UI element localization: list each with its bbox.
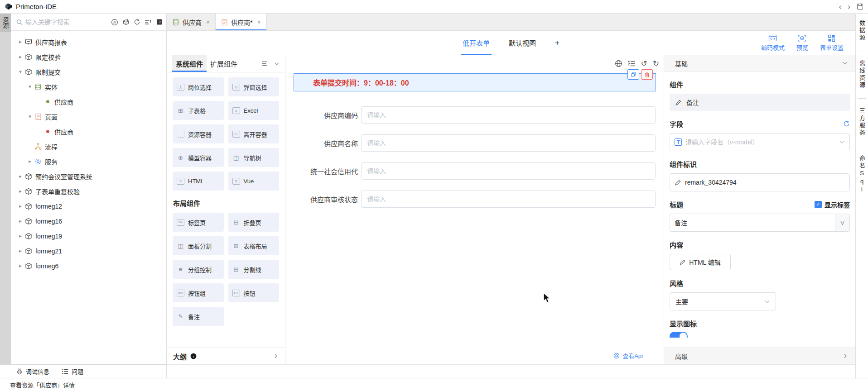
section-advanced[interactable]: 高级 xyxy=(664,348,855,364)
tree-expander-icon[interactable]: ▸ xyxy=(26,158,34,164)
tree-expander-icon[interactable]: ▸ xyxy=(17,188,24,194)
title-variable-button[interactable]: V xyxy=(835,214,849,231)
problems-tab[interactable]: 问题 xyxy=(62,367,83,376)
copy-component-button[interactable] xyxy=(627,69,639,80)
editor-tab[interactable]: 供应商× xyxy=(167,14,216,30)
component-id-input[interactable] xyxy=(685,179,845,186)
nav-back-icon[interactable]: ‹ xyxy=(839,3,842,10)
form-field-input[interactable] xyxy=(361,191,656,208)
palette-item-button-group[interactable]: BTN按钮组 xyxy=(173,283,224,302)
form-settings-grid-button[interactable]: 表单设置 xyxy=(820,34,844,52)
form-field-input[interactable] xyxy=(361,106,656,124)
palette-item-group-control[interactable]: ≡分组控制 xyxy=(173,260,224,279)
form-field-input[interactable] xyxy=(361,162,656,180)
export-doc-icon[interactable] xyxy=(156,19,163,25)
form-field-input[interactable] xyxy=(361,134,656,152)
editor-tab[interactable]: 供应商*× xyxy=(216,14,267,30)
tree-item[interactable]: ▸formeg21 xyxy=(11,243,166,258)
palette-item-tab-page[interactable]: Tab标签页 xyxy=(173,213,224,232)
section-basic[interactable]: 基础 xyxy=(664,55,855,72)
tree-item[interactable]: ▸formeg12 xyxy=(11,199,166,214)
tree-item[interactable]: ▾实体 xyxy=(11,79,166,94)
tree-expander-icon[interactable]: ▸ xyxy=(17,173,24,179)
section-basic-collapse-icon[interactable] xyxy=(842,60,848,66)
tree-item[interactable]: ▸服务 xyxy=(11,154,166,169)
tree-item[interactable]: ▸预约会议室管理系统 xyxy=(11,169,166,184)
rail-tab-2[interactable]: 三方服务 xyxy=(858,108,866,137)
add-view-tab-button[interactable]: + xyxy=(555,31,559,55)
tree-item[interactable]: ▸子表单重复校验 xyxy=(11,184,166,199)
field-dropdown-icon[interactable] xyxy=(839,139,845,145)
show-label-checkbox[interactable]: ✓ xyxy=(815,201,822,208)
palette-item-collapse-page[interactable]: ⊟折叠页 xyxy=(228,213,280,232)
palette-item-nav-tree[interactable]: ◫导航树 xyxy=(228,148,280,167)
component-id-box[interactable] xyxy=(670,173,850,191)
palette-item-button[interactable]: BTN按钮 xyxy=(228,283,280,302)
tree-expander-icon[interactable]: ▾ xyxy=(26,84,34,90)
palette-item-vue[interactable]: 5Vue xyxy=(228,172,280,191)
tree-expander-icon[interactable]: ▸ xyxy=(17,218,24,224)
tree-item[interactable]: ▾限制提交 xyxy=(11,64,166,79)
debug-info-tab[interactable]: 调试信息 xyxy=(16,367,49,376)
sort-icon[interactable] xyxy=(145,19,152,25)
tree-expander-icon[interactable]: ▸ xyxy=(17,54,24,60)
html-edit-button[interactable]: HTML 编辑 xyxy=(670,254,731,270)
redo-icon[interactable]: ↻ xyxy=(653,59,659,68)
tree-expander-icon[interactable]: ▸ xyxy=(17,203,24,209)
delete-component-button[interactable] xyxy=(641,69,653,80)
tree-item[interactable]: 流程 xyxy=(11,139,166,154)
tree-item[interactable]: ▸供应商报表 xyxy=(11,34,166,49)
palette-item-popup-select[interactable]: Q弹窗选择 xyxy=(228,77,280,96)
outline-expand-icon[interactable] xyxy=(273,353,279,359)
ai-assist-icon[interactable]: AI xyxy=(111,19,118,26)
view-tab[interactable]: 默认视图 xyxy=(509,31,536,55)
search-input[interactable] xyxy=(25,19,111,26)
rail-tab-1[interactable]: 离线资源 xyxy=(858,60,866,89)
tab-close-icon[interactable]: × xyxy=(257,19,261,26)
selected-remark-component[interactable]: 表单提交时间：9：00-18：00 xyxy=(294,73,656,91)
tree-item[interactable]: ▸formeg16 xyxy=(11,214,166,229)
palette-item-position-select[interactable]: 人岗位选择 xyxy=(173,77,224,96)
nav-forward-icon[interactable]: › xyxy=(848,3,850,10)
palette-item-highcode-container[interactable]: </>高开容器 xyxy=(228,124,280,143)
title-input[interactable] xyxy=(675,219,831,226)
save-icon[interactable] xyxy=(857,3,863,10)
view-api-link[interactable]: 查看Api xyxy=(613,351,643,360)
palette-item-html[interactable]: 5HTML xyxy=(173,172,224,191)
undo-icon[interactable]: ↺ xyxy=(641,59,647,68)
tree-expander-icon[interactable]: ▾ xyxy=(17,69,24,75)
palette-item-table-layout[interactable]: ⊞表格布局 xyxy=(228,236,280,255)
palette-item-panel-split[interactable]: ◫面板分割 xyxy=(173,236,224,255)
rail-tab-3[interactable]: 命名Sql xyxy=(858,155,866,194)
outline-bar[interactable]: 大纲 i xyxy=(167,348,285,364)
tree-item[interactable]: 供应商 xyxy=(11,124,166,139)
locale-globe-icon[interactable] xyxy=(615,60,622,67)
style-select[interactable]: 主要 xyxy=(670,292,776,310)
title-input-box[interactable]: V xyxy=(670,214,850,232)
tree-expander-icon[interactable]: ▸ xyxy=(17,248,24,254)
code-window-button[interactable]: 编码模式 xyxy=(761,34,785,52)
new-model-icon[interactable] xyxy=(122,19,130,26)
tree-item[interactable]: ▾页面 xyxy=(11,109,166,124)
tree-item[interactable]: 供应商 xyxy=(11,94,166,109)
refresh-icon[interactable] xyxy=(134,19,140,25)
tree-item[interactable]: ▸限定校验 xyxy=(11,49,166,64)
field-name-input[interactable] xyxy=(685,138,836,146)
palette-item-divider-line[interactable]: ⊟分割线 xyxy=(228,260,280,279)
tab-system-components[interactable]: 系统组件 xyxy=(172,55,207,72)
palette-menu-icon[interactable] xyxy=(262,61,268,66)
tree-item[interactable]: ▸formeg6 xyxy=(11,258,166,273)
rail-tab-0[interactable]: 数据源 xyxy=(858,20,866,42)
field-refresh-icon[interactable] xyxy=(843,120,850,127)
palette-collapse-icon[interactable] xyxy=(274,61,280,67)
tree-expander-icon[interactable]: ▸ xyxy=(17,233,24,239)
palette-item-model-container[interactable]: ⊕模型容器 xyxy=(173,148,224,167)
preview-eye-button[interactable]: 预览 xyxy=(796,34,808,52)
tree-expander-icon[interactable]: ▸ xyxy=(17,39,24,45)
view-tab[interactable]: 低开表单 xyxy=(463,31,490,55)
palette-item-sub-table[interactable]: ⊞子表格 xyxy=(173,101,224,120)
form-canvas[interactable]: ↺ ↻ 表单提交时间：9：00-18：00 供应商编码供应商名称统一社会信用代供… xyxy=(285,55,664,364)
tab-extension-components[interactable]: 扩展组件 xyxy=(207,55,241,72)
tree-expander-icon[interactable]: ▸ xyxy=(17,263,24,269)
field-select[interactable]: T xyxy=(670,133,850,151)
